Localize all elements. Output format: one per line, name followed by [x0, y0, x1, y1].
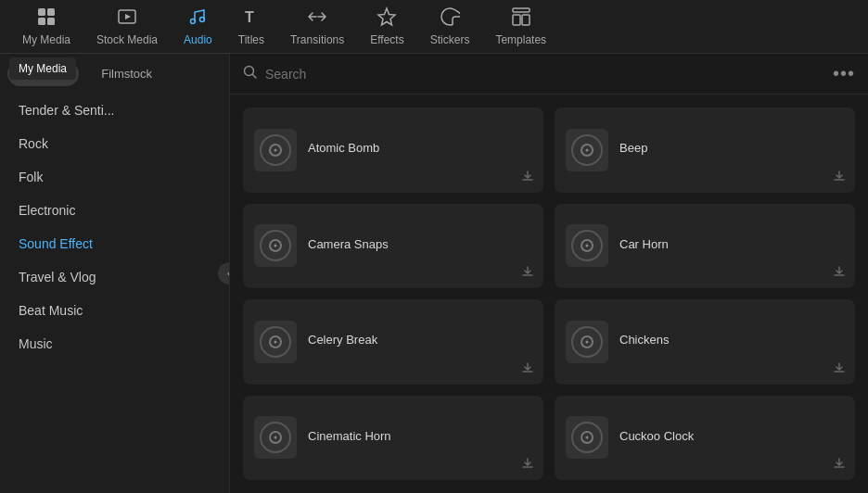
nav-transitions-label: Transitions	[290, 33, 344, 46]
media-name: Celery Break	[308, 333, 532, 347]
media-card-camera-snaps[interactable]: Camera Snaps	[243, 204, 543, 289]
download-icon[interactable]	[521, 170, 534, 185]
templates-icon	[511, 6, 531, 30]
media-thumb	[254, 321, 297, 363]
media-info: Atomic Bomb	[308, 141, 532, 158]
svg-rect-11	[513, 15, 520, 25]
svg-rect-12	[522, 15, 530, 25]
nav-my-media-label: My Media	[22, 33, 70, 46]
media-name: Atomic Bomb	[308, 141, 532, 155]
media-thumb	[566, 416, 608, 459]
search-input[interactable]	[265, 67, 825, 82]
nav-templates[interactable]: Templates	[482, 1, 559, 52]
nav-effects[interactable]: Effects	[357, 1, 416, 52]
nav-titles[interactable]: T Titles	[225, 1, 277, 52]
sidebar-item-beat-music[interactable]: Beat Music	[0, 294, 229, 327]
tooltip: My Media	[9, 57, 76, 80]
media-info: Cinematic Horn	[308, 429, 532, 447]
sidebar-item-folk[interactable]: Folk	[0, 160, 229, 194]
sidebar-list: Tender & Senti... Rock Folk Electronic S…	[0, 86, 229, 493]
media-name: Camera Snaps	[308, 237, 532, 251]
media-card-atomic-bomb[interactable]: Atomic Bomb	[243, 107, 543, 193]
more-options-icon[interactable]: •••	[833, 63, 855, 84]
download-icon[interactable]	[833, 265, 846, 281]
content-area: ••• Atomic Bomb	[230, 54, 868, 493]
media-card-beep[interactable]: Beep	[555, 107, 855, 193]
media-name: Cinematic Horn	[308, 429, 532, 443]
svg-rect-10	[513, 8, 530, 12]
stickers-icon	[440, 6, 460, 30]
svg-line-14	[253, 74, 257, 78]
sidebar-item-travel-vlog[interactable]: Travel & Vlog	[0, 260, 229, 294]
disc-icon	[571, 422, 603, 453]
svg-point-6	[191, 19, 196, 24]
download-icon[interactable]	[833, 457, 846, 473]
media-info: Cuckoo Clock	[619, 429, 844, 447]
nav-stickers[interactable]: Stickers	[417, 1, 483, 52]
media-thumb	[254, 416, 297, 459]
sidebar-item-tender[interactable]: Tender & Senti...	[0, 94, 229, 127]
media-info: Camera Snaps	[308, 237, 532, 255]
media-thumb	[254, 129, 297, 171]
svg-text:T: T	[245, 9, 254, 25]
disc-icon	[571, 230, 603, 261]
main-layout: Default Filmstock Tender & Senti... Rock…	[0, 54, 868, 493]
media-grid: Atomic Bomb Beep	[230, 95, 868, 493]
download-icon[interactable]	[833, 361, 846, 377]
tab-filmstock[interactable]: Filmstock	[84, 61, 169, 86]
download-icon[interactable]	[521, 457, 534, 473]
top-nav: My Media Stock Media Audio T Titles	[0, 0, 868, 54]
titles-icon: T	[241, 6, 262, 30]
nav-transitions[interactable]: Transitions	[277, 1, 357, 52]
media-card-cinematic-horn[interactable]: Cinematic Horn	[243, 396, 543, 481]
search-icon	[243, 65, 258, 83]
sidebar: Default Filmstock Tender & Senti... Rock…	[0, 54, 230, 493]
collapse-icon: ‹	[227, 267, 230, 280]
my-media-icon	[36, 6, 57, 30]
disc-icon	[260, 422, 291, 453]
disc-icon	[571, 134, 603, 166]
disc-icon	[260, 230, 291, 261]
svg-rect-1	[47, 8, 55, 16]
nav-audio-label: Audio	[184, 33, 212, 46]
sidebar-item-sound-effect[interactable]: Sound Effect	[0, 227, 229, 260]
download-icon[interactable]	[521, 361, 534, 377]
search-bar: •••	[230, 54, 868, 95]
media-info: Car Horn	[619, 237, 844, 255]
sidebar-item-electronic[interactable]: Electronic	[0, 194, 229, 227]
svg-point-7	[200, 18, 205, 22]
media-info: Beep	[619, 141, 844, 158]
nav-stock-media[interactable]: Stock Media	[83, 1, 171, 52]
nav-my-media[interactable]: My Media	[9, 1, 83, 52]
media-name: Car Horn	[619, 237, 844, 251]
media-name: Cuckoo Clock	[619, 429, 844, 443]
media-info: Celery Break	[308, 333, 532, 350]
effects-icon	[377, 6, 397, 30]
media-thumb	[566, 321, 608, 363]
media-info: Chickens	[619, 333, 844, 350]
nav-effects-label: Effects	[370, 33, 403, 46]
svg-marker-9	[378, 8, 395, 25]
nav-stock-media-label: Stock Media	[96, 33, 158, 46]
sidebar-item-rock[interactable]: Rock	[0, 127, 229, 160]
media-card-chickens[interactable]: Chickens	[555, 299, 855, 385]
media-card-celery-break[interactable]: Celery Break	[243, 299, 543, 385]
stock-media-icon	[117, 6, 137, 30]
media-card-car-horn[interactable]: Car Horn	[555, 204, 855, 289]
transitions-icon	[307, 6, 327, 30]
disc-icon	[260, 134, 291, 166]
disc-icon	[260, 326, 291, 358]
download-icon[interactable]	[833, 170, 846, 185]
media-thumb	[566, 129, 608, 171]
disc-icon	[571, 326, 603, 358]
svg-rect-3	[47, 18, 55, 25]
media-thumb	[254, 224, 297, 267]
audio-icon	[187, 6, 208, 30]
nav-audio[interactable]: Audio	[171, 1, 225, 52]
nav-stickers-label: Stickers	[430, 33, 470, 46]
svg-marker-5	[125, 14, 131, 19]
svg-rect-2	[38, 18, 45, 25]
media-card-cuckoo-clock[interactable]: Cuckoo Clock	[555, 396, 855, 481]
download-icon[interactable]	[521, 265, 534, 281]
sidebar-item-music[interactable]: Music	[0, 327, 229, 360]
